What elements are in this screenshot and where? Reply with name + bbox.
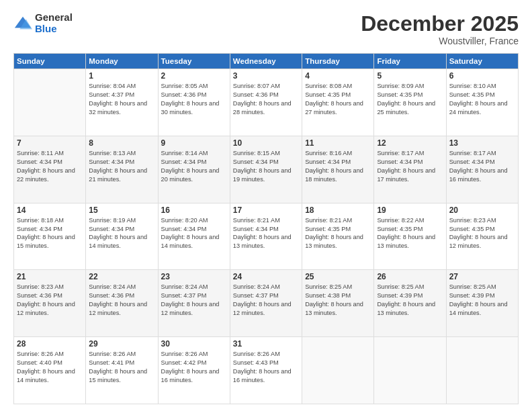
cell-info: Sunrise: 8:23 AMSunset: 4:35 PMDaylight:…: [449, 216, 515, 251]
cell-info: Sunrise: 8:23 AMSunset: 4:36 PMDaylight:…: [17, 283, 83, 318]
cell-info: Sunrise: 8:25 AMSunset: 4:39 PMDaylight:…: [449, 283, 515, 318]
day-number: 12: [377, 138, 443, 148]
calendar-cell: 21Sunrise: 8:23 AMSunset: 4:36 PMDayligh…: [14, 270, 86, 337]
col-header-saturday: Saturday: [446, 54, 518, 69]
week-row-5: 28Sunrise: 8:26 AMSunset: 4:40 PMDayligh…: [14, 337, 519, 404]
calendar-cell: 25Sunrise: 8:25 AMSunset: 4:38 PMDayligh…: [302, 270, 374, 337]
calendar-cell: 28Sunrise: 8:26 AMSunset: 4:40 PMDayligh…: [14, 337, 86, 404]
day-number: 10: [233, 138, 299, 148]
cell-info: Sunrise: 8:22 AMSunset: 4:35 PMDaylight:…: [377, 216, 443, 251]
cell-info: Sunrise: 8:05 AMSunset: 4:36 PMDaylight:…: [161, 82, 227, 117]
day-number: 21: [17, 272, 83, 281]
title-block: December 2025 Woustviller, France: [361, 12, 519, 46]
cell-info: Sunrise: 8:26 AMSunset: 4:42 PMDaylight:…: [161, 350, 227, 385]
cell-info: Sunrise: 8:25 AMSunset: 4:39 PMDaylight:…: [377, 283, 443, 318]
day-number: 9: [161, 138, 227, 148]
calendar-cell: 10Sunrise: 8:15 AMSunset: 4:34 PMDayligh…: [230, 136, 302, 203]
day-number: 18: [305, 205, 371, 215]
day-number: 25: [305, 272, 371, 281]
col-header-monday: Monday: [86, 54, 158, 69]
cell-info: Sunrise: 8:21 AMSunset: 4:34 PMDaylight:…: [233, 216, 299, 251]
logo-general: General: [35, 12, 73, 24]
col-header-thursday: Thursday: [302, 54, 374, 69]
cell-info: Sunrise: 8:18 AMSunset: 4:34 PMDaylight:…: [17, 216, 83, 251]
logo-text: General Blue: [35, 12, 73, 34]
calendar-cell: 16Sunrise: 8:20 AMSunset: 4:34 PMDayligh…: [158, 203, 230, 270]
cell-info: Sunrise: 8:25 AMSunset: 4:38 PMDaylight:…: [305, 283, 371, 318]
cell-info: Sunrise: 8:19 AMSunset: 4:34 PMDaylight:…: [89, 216, 154, 251]
col-header-tuesday: Tuesday: [158, 54, 230, 69]
calendar-cell: 26Sunrise: 8:25 AMSunset: 4:39 PMDayligh…: [374, 270, 446, 337]
week-row-4: 21Sunrise: 8:23 AMSunset: 4:36 PMDayligh…: [14, 270, 519, 337]
calendar-cell: 27Sunrise: 8:25 AMSunset: 4:39 PMDayligh…: [446, 270, 518, 337]
calendar-cell: 13Sunrise: 8:17 AMSunset: 4:34 PMDayligh…: [446, 136, 518, 203]
day-number: 30: [161, 339, 227, 349]
calendar-cell: 3Sunrise: 8:07 AMSunset: 4:36 PMDaylight…: [230, 69, 302, 136]
cell-info: Sunrise: 8:07 AMSunset: 4:36 PMDaylight:…: [233, 82, 299, 117]
calendar-cell: 23Sunrise: 8:24 AMSunset: 4:37 PMDayligh…: [158, 270, 230, 337]
day-number: 15: [89, 205, 154, 215]
calendar-cell: [14, 69, 86, 136]
week-row-3: 14Sunrise: 8:18 AMSunset: 4:34 PMDayligh…: [14, 203, 519, 270]
logo: General Blue: [13, 12, 73, 34]
page: General Blue December 2025 Woustviller, …: [0, 0, 532, 411]
week-row-2: 7Sunrise: 8:11 AMSunset: 4:34 PMDaylight…: [14, 136, 519, 203]
day-number: 13: [449, 138, 515, 148]
cell-info: Sunrise: 8:26 AMSunset: 4:40 PMDaylight:…: [17, 350, 83, 385]
day-number: 11: [305, 138, 371, 148]
day-number: 27: [449, 272, 515, 281]
day-number: 22: [89, 272, 154, 281]
cell-info: Sunrise: 8:26 AMSunset: 4:41 PMDaylight:…: [89, 350, 154, 385]
calendar-cell: 4Sunrise: 8:08 AMSunset: 4:35 PMDaylight…: [302, 69, 374, 136]
cell-info: Sunrise: 8:08 AMSunset: 4:35 PMDaylight:…: [305, 82, 371, 117]
day-number: 23: [161, 272, 227, 281]
header: General Blue December 2025 Woustviller, …: [13, 12, 519, 46]
header-row: SundayMondayTuesdayWednesdayThursdayFrid…: [14, 54, 519, 69]
day-number: 29: [89, 339, 154, 349]
day-number: 2: [161, 71, 227, 81]
calendar-cell: 20Sunrise: 8:23 AMSunset: 4:35 PMDayligh…: [446, 203, 518, 270]
col-header-wednesday: Wednesday: [230, 54, 302, 69]
day-number: 31: [233, 339, 299, 349]
calendar-cell: 15Sunrise: 8:19 AMSunset: 4:34 PMDayligh…: [86, 203, 158, 270]
day-number: 8: [89, 138, 154, 148]
logo-icon: [13, 14, 32, 33]
calendar-cell: 8Sunrise: 8:13 AMSunset: 4:34 PMDaylight…: [86, 136, 158, 203]
calendar-cell: 1Sunrise: 8:04 AMSunset: 4:37 PMDaylight…: [86, 69, 158, 136]
cell-info: Sunrise: 8:10 AMSunset: 4:35 PMDaylight:…: [449, 82, 515, 117]
cell-info: Sunrise: 8:17 AMSunset: 4:34 PMDaylight:…: [377, 149, 443, 184]
day-number: 16: [161, 205, 227, 215]
calendar-cell: 30Sunrise: 8:26 AMSunset: 4:42 PMDayligh…: [158, 337, 230, 404]
calendar-cell: [374, 337, 446, 404]
calendar-cell: 17Sunrise: 8:21 AMSunset: 4:34 PMDayligh…: [230, 203, 302, 270]
day-number: 5: [377, 71, 443, 81]
calendar-cell: [302, 337, 374, 404]
day-number: 17: [233, 205, 299, 215]
calendar-cell: 29Sunrise: 8:26 AMSunset: 4:41 PMDayligh…: [86, 337, 158, 404]
logo-blue: Blue: [35, 24, 73, 35]
calendar-cell: 19Sunrise: 8:22 AMSunset: 4:35 PMDayligh…: [374, 203, 446, 270]
cell-info: Sunrise: 8:13 AMSunset: 4:34 PMDaylight:…: [89, 149, 154, 184]
day-number: 6: [449, 71, 515, 81]
day-number: 3: [233, 71, 299, 81]
calendar-cell: [446, 337, 518, 404]
location: Woustviller, France: [361, 36, 519, 46]
month-title: December 2025: [361, 12, 519, 36]
day-number: 4: [305, 71, 371, 81]
calendar-cell: 2Sunrise: 8:05 AMSunset: 4:36 PMDaylight…: [158, 69, 230, 136]
day-number: 1: [89, 71, 154, 81]
day-number: 7: [17, 138, 83, 148]
cell-info: Sunrise: 8:14 AMSunset: 4:34 PMDaylight:…: [161, 149, 227, 184]
day-number: 28: [17, 339, 83, 349]
calendar-cell: 22Sunrise: 8:24 AMSunset: 4:36 PMDayligh…: [86, 270, 158, 337]
calendar-cell: 6Sunrise: 8:10 AMSunset: 4:35 PMDaylight…: [446, 69, 518, 136]
calendar-cell: 31Sunrise: 8:26 AMSunset: 4:43 PMDayligh…: [230, 337, 302, 404]
calendar-cell: 9Sunrise: 8:14 AMSunset: 4:34 PMDaylight…: [158, 136, 230, 203]
cell-info: Sunrise: 8:20 AMSunset: 4:34 PMDaylight:…: [161, 216, 227, 251]
cell-info: Sunrise: 8:24 AMSunset: 4:37 PMDaylight:…: [233, 283, 299, 318]
cell-info: Sunrise: 8:09 AMSunset: 4:35 PMDaylight:…: [377, 82, 443, 117]
calendar-cell: 18Sunrise: 8:21 AMSunset: 4:35 PMDayligh…: [302, 203, 374, 270]
day-number: 14: [17, 205, 83, 215]
cell-info: Sunrise: 8:11 AMSunset: 4:34 PMDaylight:…: [17, 149, 83, 184]
week-row-1: 1Sunrise: 8:04 AMSunset: 4:37 PMDaylight…: [14, 69, 519, 136]
